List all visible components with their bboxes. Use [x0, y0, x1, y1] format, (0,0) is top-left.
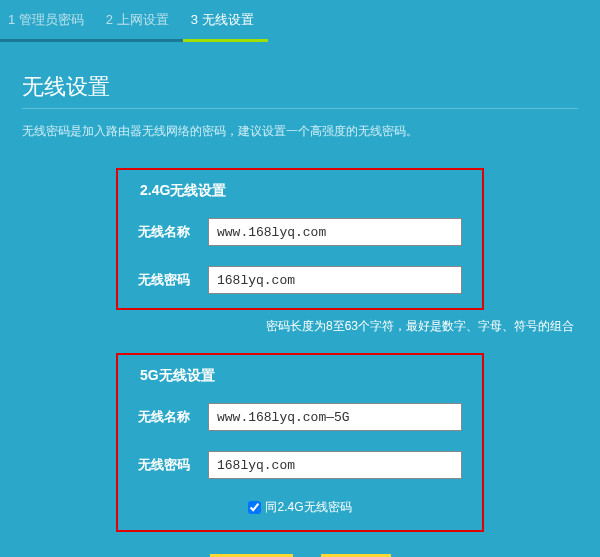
row-5g-pass: 无线密码 — [138, 451, 462, 479]
label-24g-pass: 无线密码 — [138, 271, 208, 289]
label-5g-pass: 无线密码 — [138, 456, 208, 474]
section-5g-title: 5G无线设置 — [140, 367, 462, 385]
checkbox-same-as-24g[interactable] — [248, 501, 261, 514]
step-admin-password[interactable]: 1 管理员密码 — [0, 5, 98, 42]
description-text: 无线密码是加入路由器无线网络的密码，建议设置一个高强度的无线密码。 — [22, 123, 578, 140]
section-24g-title: 2.4G无线设置 — [140, 182, 462, 200]
password-hint: 密码长度为8至63个字符，最好是数字、字母、符号的组合 — [22, 318, 582, 335]
row-same-as-24g: 同2.4G无线密码 — [138, 499, 462, 516]
input-5g-pass[interactable] — [208, 451, 462, 479]
row-24g-name: 无线名称 — [138, 218, 462, 246]
page-title: 无线设置 — [22, 72, 578, 102]
label-same-as-24g: 同2.4G无线密码 — [265, 499, 351, 516]
label-5g-name: 无线名称 — [138, 408, 208, 426]
section-24g: 2.4G无线设置 无线名称 无线密码 — [116, 168, 484, 310]
step-wireless-settings[interactable]: 3 无线设置 — [183, 5, 268, 42]
step-tabs: 1 管理员密码 2 上网设置 3 无线设置 — [0, 0, 600, 42]
input-24g-pass[interactable] — [208, 266, 462, 294]
input-5g-name[interactable] — [208, 403, 462, 431]
label-24g-name: 无线名称 — [138, 223, 208, 241]
section-5g: 5G无线设置 无线名称 无线密码 同2.4G无线密码 — [116, 353, 484, 532]
row-24g-pass: 无线密码 — [138, 266, 462, 294]
content-area: 无线设置 无线密码是加入路由器无线网络的密码，建议设置一个高强度的无线密码。 2… — [0, 42, 600, 557]
divider — [22, 108, 578, 109]
input-24g-name[interactable] — [208, 218, 462, 246]
row-5g-name: 无线名称 — [138, 403, 462, 431]
step-wan-settings[interactable]: 2 上网设置 — [98, 5, 183, 42]
